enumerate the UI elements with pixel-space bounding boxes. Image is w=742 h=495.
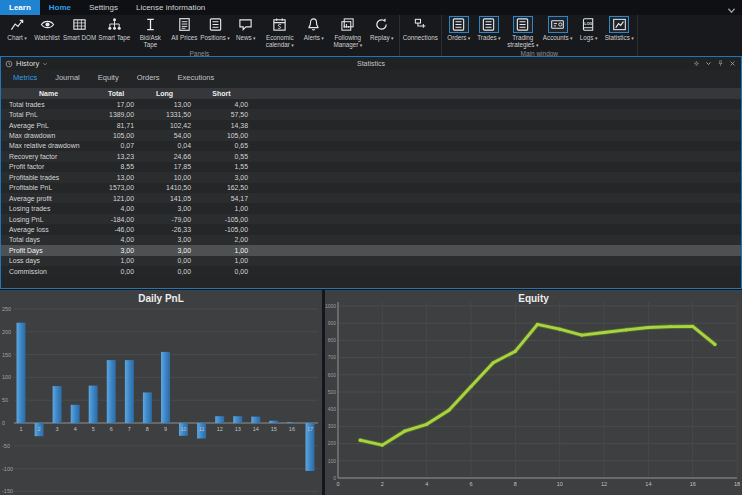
ribbon-button-smart-tape[interactable]: Smart Tape	[97, 15, 131, 41]
ribbon-button-watchlist[interactable]: Watchlist	[32, 15, 62, 41]
ribbon-group-connections: Connections	[400, 15, 442, 56]
column-header-long[interactable]: Long	[136, 90, 193, 97]
table-row-average-profit[interactable]: Average profit121,00141,0554,17	[1, 193, 741, 203]
table-row-profit-factor[interactable]: Profit factor8,5517,851,55	[1, 162, 741, 172]
svg-text:16: 16	[289, 426, 295, 432]
ribbon-button-label: Orders ▾	[447, 34, 470, 42]
metric-value: 3,00	[193, 174, 250, 181]
table-row-max-relative-drawdown[interactable]: Max relative drawdown0,070,040,65	[1, 141, 741, 151]
network-icon	[410, 16, 430, 33]
svg-text:9: 9	[164, 426, 167, 432]
dropdown-caret-icon: ▾	[358, 42, 362, 48]
ribbon-button-connections[interactable]: Connections	[402, 15, 439, 41]
svg-text:13: 13	[235, 426, 241, 432]
table-row-total-days[interactable]: Total days4,003,002,00	[1, 235, 741, 245]
dropdown-caret-icon: ▾	[569, 35, 573, 41]
close-icon[interactable]	[729, 60, 736, 67]
table-row-commission[interactable]: Commission0,000,000,00	[1, 266, 741, 276]
table-row-profit-days[interactable]: Profit Days3,003,001,00	[1, 245, 741, 255]
dropdown-caret-icon: ▾	[320, 35, 324, 41]
daily-pnl-chart: -150-100-5005010015020025012345678910111…	[0, 290, 322, 495]
table-row-losing-trades[interactable]: Losing trades4,003,001,00	[1, 203, 741, 213]
panel-tab-equity[interactable]: Equity	[89, 73, 128, 82]
metric-value: 1,00	[96, 257, 136, 264]
table-row-total-pnl[interactable]: Total PnL1389,001331,5057,50	[1, 109, 741, 119]
ribbon-button-following-manager[interactable]: Following Manager ▾	[329, 15, 367, 49]
svg-text:300: 300	[328, 423, 337, 429]
svg-text:0: 0	[333, 475, 336, 481]
dropdown-caret-icon: ▾	[290, 42, 294, 48]
dropdown-caret-icon: ▾	[497, 35, 501, 41]
calendar-icon	[270, 16, 290, 33]
ribbon-tab-home[interactable]: Home	[40, 0, 80, 15]
svg-text:5: 5	[92, 426, 95, 432]
metric-name: Total PnL	[1, 111, 96, 118]
metric-name: Average PnL	[1, 122, 96, 129]
svg-text:18: 18	[734, 481, 740, 487]
stats-icon	[609, 16, 629, 33]
ribbon-button-label: Smart DOM	[63, 34, 96, 41]
metric-value: 1,55	[193, 163, 250, 170]
ribbon-tab-learn[interactable]: Learn	[0, 0, 40, 15]
metric-value: 0,00	[193, 268, 250, 275]
ribbon-button-orders[interactable]: Orders ▾	[444, 15, 474, 42]
panel-tab-orders[interactable]: Orders	[128, 73, 169, 82]
ribbon-button-positions[interactable]: Positions ▾	[199, 15, 230, 42]
table-row-profitable-trades[interactable]: Profitable trades13,0010,003,00	[1, 172, 741, 182]
gear-icon[interactable]	[693, 60, 700, 67]
metric-name: Losing trades	[1, 205, 96, 212]
ribbon-button-logs[interactable]: LOGLogs ▾	[574, 15, 604, 42]
ribbon-button-statistics[interactable]: Statistics ▾	[604, 15, 635, 42]
ribbon-button-bid-ask-tape[interactable]: Bid/Ask Tape	[131, 15, 169, 48]
metric-name: Commission	[1, 268, 96, 275]
ribbon-button-accounts[interactable]: Accounts ▾	[542, 15, 574, 42]
ribbon-group-main-window: Orders ▾Trades ▾Trading strategies ▾Acco…	[442, 15, 638, 56]
svg-text:15: 15	[271, 426, 277, 432]
chevron-down-icon[interactable]	[705, 60, 712, 67]
ribbon-button-smart-dom[interactable]: Smart DOM	[62, 15, 97, 41]
table-row-average-loss[interactable]: Average loss-46,00-26,33-105,00	[1, 224, 741, 234]
ribbon-button-alerts[interactable]: Alerts ▾	[299, 15, 329, 42]
column-header-name[interactable]: Name	[1, 90, 96, 97]
table-row-loss-days[interactable]: Loss days1,000,001,00	[1, 256, 741, 266]
panel-tab-journal[interactable]: Journal	[46, 73, 89, 82]
table-row-recovery-factor[interactable]: Recovery factor13,2324,660,55	[1, 151, 741, 161]
metric-value: 54,00	[136, 132, 193, 139]
ribbon-button-economic-calendar[interactable]: Economic calendar ▾	[261, 15, 299, 49]
metric-value: 81,71	[96, 122, 136, 129]
ribbon-button-label: Logs ▾	[580, 34, 598, 42]
panel-tab-metrics[interactable]: Metrics	[4, 73, 46, 82]
ribbon-button-trades[interactable]: Trades ▾	[474, 15, 504, 42]
chevron-down-icon[interactable]	[42, 61, 48, 67]
metric-value: 13,00	[136, 101, 193, 108]
replay-icon	[372, 16, 392, 33]
ribbon-tab-settings[interactable]: Settings	[80, 0, 127, 15]
metric-value: 0,55	[193, 153, 250, 160]
ribbon-tab-license-information[interactable]: License information	[127, 0, 214, 15]
log-icon: LOG	[579, 16, 599, 33]
table-row-profitable-pnl[interactable]: Profitable PnL1573,001410,50162,50	[1, 183, 741, 193]
metric-value: -79,00	[136, 216, 193, 223]
ribbon-button-label: Alerts ▾	[304, 34, 324, 42]
table-row-average-pnl[interactable]: Average PnL81,71102,4214,38	[1, 120, 741, 130]
table-row-max-drawdown[interactable]: Max drawdown105,0054,00105,00	[1, 130, 741, 140]
panel-tab-executions[interactable]: Executions	[169, 73, 224, 82]
ribbon-button-news[interactable]: News ▾	[231, 15, 261, 42]
pin-icon[interactable]	[717, 60, 724, 67]
metric-value: -105,00	[193, 216, 250, 223]
column-header-short[interactable]: Short	[193, 90, 250, 97]
grid-icon	[70, 16, 90, 33]
equity-panel: Equity 010020030040050060070080090010000…	[325, 290, 742, 495]
ribbon-button-label: Following Manager ▾	[330, 34, 366, 49]
ribbon-button-all-prices[interactable]: All Prices	[169, 15, 199, 41]
ribbon-button-chart[interactable]: Chart ▾	[2, 15, 32, 42]
table-row-total-trades[interactable]: Total trades17,0013,004,00	[1, 99, 741, 109]
ribbon-collapse-button[interactable]	[726, 2, 737, 13]
ribbon-button-replay[interactable]: Replay ▾	[367, 15, 397, 42]
column-header-total[interactable]: Total	[96, 90, 136, 97]
svg-text:10: 10	[557, 481, 563, 487]
panel-title[interactable]: History	[16, 59, 39, 68]
table-row-losing-pnl[interactable]: Losing PnL-184,00-79,00-105,00	[1, 214, 741, 224]
dropdown-caret-icon: ▾	[226, 35, 230, 41]
ribbon-button-trading-strategies[interactable]: Trading strategies ▾	[504, 15, 542, 49]
